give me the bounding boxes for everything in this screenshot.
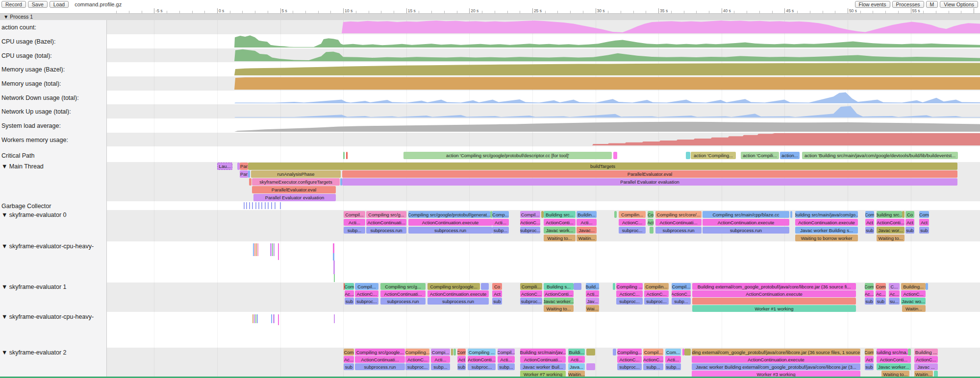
track-label-skyframe-evaluator-2[interactable]: ▼ skyframe-evaluator 2: [1, 349, 67, 356]
trace-event-bar[interactable]: [614, 211, 617, 218]
trace-event-bar[interactable]: ActionC...: [901, 290, 926, 297]
trace-event-bar[interactable]: ActionContinuati...: [380, 290, 426, 297]
trace-event-bar[interactable]: Buildin...: [577, 211, 597, 218]
trace-event-bar[interactable]: Acti...: [568, 356, 585, 363]
trace-event-bar[interactable]: Building ...: [914, 349, 938, 355]
trace-event-bar[interactable]: [790, 211, 792, 218]
trace-tick[interactable]: [252, 314, 253, 323]
trace-event-bar[interactable]: [692, 298, 856, 305]
trace-event-bar[interactable]: C...: [889, 283, 900, 290]
trace-event-bar[interactable]: Javac worker...: [877, 363, 911, 370]
trace-event-bar[interactable]: [343, 152, 345, 159]
trace-event-bar[interactable]: Worker #1 working: [692, 305, 856, 312]
trace-event-bar[interactable]: Compil...: [355, 283, 378, 290]
trace-event-bar[interactable]: sub: [865, 298, 874, 305]
trace-tick[interactable]: [271, 314, 272, 323]
trace-event-bar[interactable]: ActionConti...: [468, 356, 496, 363]
trace-event-bar[interactable]: Waitin...: [577, 235, 597, 241]
trace-event-bar[interactable]: su...: [889, 298, 900, 305]
trace-event-bar[interactable]: Compil...: [520, 211, 540, 218]
timeline-ruler[interactable]: -5 s0 s5 s10 s15 s20 s25 s30 s35 s40 s45…: [0, 8, 980, 13]
trace-tick[interactable]: [271, 202, 272, 209]
trace-event-bar[interactable]: [586, 349, 595, 355]
trace-event-bar[interactable]: Compiling src/g...: [380, 283, 426, 290]
trace-event-bar[interactable]: [574, 283, 581, 290]
trace-event-bar[interactable]: subprocess.run: [380, 298, 426, 305]
trace-tick[interactable]: [280, 202, 281, 209]
trace-event-bar[interactable]: ActionConti...: [544, 290, 574, 297]
trace-event-bar[interactable]: ActionC...: [617, 356, 642, 363]
trace-event-bar[interactable]: Buildi...: [568, 349, 585, 355]
trace-event-bar[interactable]: Java...: [568, 363, 585, 370]
trace-tick[interactable]: [275, 202, 276, 209]
trace-event-bar[interactable]: [650, 227, 653, 234]
trace-event-bar[interactable]: subp...: [665, 363, 681, 370]
trace-event-bar[interactable]: Com: [865, 211, 874, 218]
trace-event-bar[interactable]: [908, 349, 911, 355]
trace-event-bar[interactable]: sub: [865, 227, 874, 234]
trace-event-bar[interactable]: Act: [492, 290, 502, 297]
trace-event-bar[interactable]: Com: [345, 283, 354, 290]
trace-tick[interactable]: [254, 314, 255, 323]
trace-event-bar[interactable]: [686, 152, 690, 159]
trace-tick[interactable]: [278, 314, 279, 325]
trace-event-bar[interactable]: Compil...: [498, 349, 515, 355]
trace-event-bar[interactable]: Parallel Evaluator evaluation: [253, 194, 336, 201]
trace-event-bar[interactable]: Waiting to borrow worker: [795, 235, 858, 241]
trace-event-bar[interactable]: ActionContinuation.execute: [408, 219, 492, 226]
trace-event-bar[interactable]: Compil...: [643, 349, 663, 355]
flow-events-button[interactable]: Flow events: [855, 1, 890, 8]
trace-event-bar[interactable]: ActionConti...: [544, 219, 576, 226]
trace-event-bar[interactable]: subprocess.run: [703, 227, 789, 234]
view-options-button[interactable]: View Options: [940, 1, 978, 8]
trace-event-bar[interactable]: Javac ...: [914, 363, 938, 370]
trace-event-bar[interactable]: Javac work...: [544, 227, 576, 234]
trace-event-bar[interactable]: Act: [919, 219, 929, 226]
trace-event-bar[interactable]: ActionContinuation.execute: [692, 356, 860, 363]
trace-tick[interactable]: [252, 202, 253, 209]
track-label-skyframe-evaluator-1[interactable]: ▼ skyframe-evaluator 1: [1, 284, 67, 290]
m-button[interactable]: M: [926, 1, 938, 8]
trace-event-bar[interactable]: ParallelEvaluator.eval: [342, 170, 957, 178]
trace-event-bar[interactable]: subproc...: [520, 298, 542, 305]
trace-event-bar[interactable]: Com: [865, 283, 874, 290]
trace-event-bar[interactable]: [684, 349, 691, 355]
trace-event-bar[interactable]: [346, 152, 348, 159]
trace-event-bar[interactable]: Build...: [586, 283, 599, 290]
trace-event-bar[interactable]: Ac...: [344, 356, 354, 363]
trace-event-bar[interactable]: Compiling src/google...: [355, 349, 405, 355]
track-label-skyframe-evaluator-cpu-heavy-1[interactable]: ▼ skyframe-evaluator-cpu-heavy-: [1, 243, 94, 250]
trace-event-bar[interactable]: ActionContinuati...: [355, 356, 405, 363]
trace-event-bar[interactable]: Jav...: [586, 298, 599, 305]
trace-event-bar[interactable]: sub: [876, 298, 886, 305]
trace-event-bar[interactable]: Building src/main/java/com/go...: [795, 211, 858, 218]
trace-event-bar[interactable]: Waitin...: [902, 305, 926, 312]
trace-event-bar[interactable]: [613, 349, 616, 355]
trace-event-bar[interactable]: ActionContinuation.execute: [692, 290, 856, 297]
trace-event-bar[interactable]: Comp...: [492, 211, 509, 218]
trace-event-bar[interactable]: Ac...: [865, 290, 874, 297]
trace-event-bar[interactable]: subproc...: [644, 298, 669, 305]
trace-event-bar[interactable]: Javac wo...: [901, 298, 926, 305]
trace-event-bar[interactable]: Compil...: [672, 283, 691, 290]
trace-event-bar[interactable]: subproc...: [468, 363, 496, 370]
trace-event-bar[interactable]: action 'Compili...: [741, 152, 779, 159]
track-label-main-thread[interactable]: ▼ Main Thread: [1, 163, 44, 170]
trace-event-bar[interactable]: Co: [492, 283, 502, 290]
trace-event-bar[interactable]: buildTargets: [248, 163, 957, 170]
trace-event-bar[interactable]: Javac worker Building s...: [795, 227, 858, 234]
trace-event-bar[interactable]: Act: [865, 356, 874, 363]
trace-event-bar[interactable]: ActionConti...: [877, 219, 905, 226]
trace-event-bar[interactable]: Compi...: [431, 349, 450, 355]
trace-tick[interactable]: [272, 243, 273, 256]
trace-event-bar[interactable]: runAnalysisPhase: [251, 170, 341, 178]
trace-event-bar[interactable]: sub: [865, 363, 874, 370]
trace-tick[interactable]: [258, 202, 259, 209]
trace-event-bar[interactable]: ActionC...: [619, 219, 646, 226]
trace-event-bar[interactable]: sub: [492, 298, 502, 305]
trace-event-bar[interactable]: Javac worker...: [544, 298, 574, 305]
trace-event-bar[interactable]: Compiling...: [405, 349, 429, 355]
trace-event-bar[interactable]: Act: [865, 219, 874, 226]
trace-event-bar[interactable]: Act: [905, 219, 914, 226]
trace-event-bar[interactable]: subprocess.run: [355, 363, 405, 370]
